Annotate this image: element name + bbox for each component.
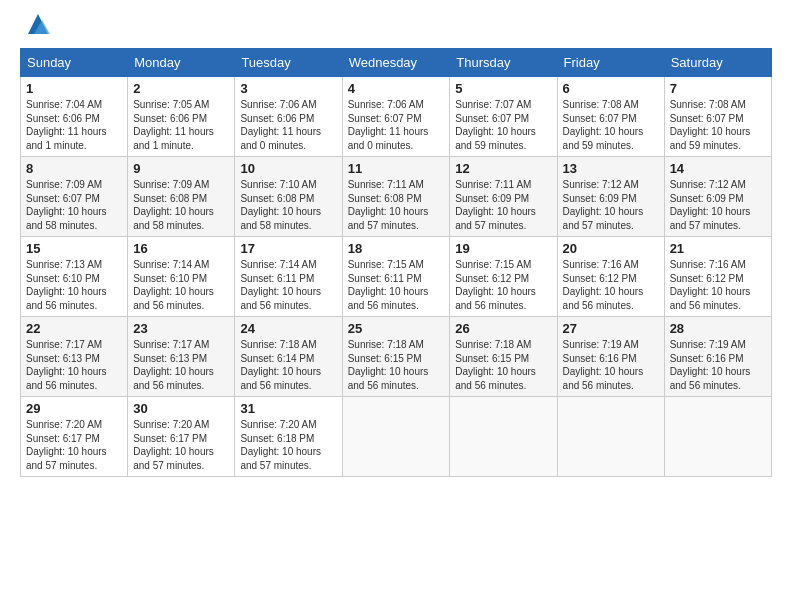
table-row: 4 Sunrise: 7:06 AMSunset: 6:07 PMDayligh… [342, 77, 450, 157]
table-row: 5 Sunrise: 7:07 AMSunset: 6:07 PMDayligh… [450, 77, 557, 157]
day-info: Sunrise: 7:08 AMSunset: 6:07 PMDaylight:… [563, 98, 659, 152]
day-number: 7 [670, 81, 766, 96]
day-number: 25 [348, 321, 445, 336]
table-row: 6 Sunrise: 7:08 AMSunset: 6:07 PMDayligh… [557, 77, 664, 157]
day-number: 29 [26, 401, 122, 416]
table-row: 13 Sunrise: 7:12 AMSunset: 6:09 PMDaylig… [557, 157, 664, 237]
day-number: 3 [240, 81, 336, 96]
col-friday: Friday [557, 49, 664, 77]
table-row: 24 Sunrise: 7:18 AMSunset: 6:14 PMDaylig… [235, 317, 342, 397]
day-info: Sunrise: 7:18 AMSunset: 6:14 PMDaylight:… [240, 338, 336, 392]
day-number: 15 [26, 241, 122, 256]
table-row [664, 397, 771, 477]
day-number: 11 [348, 161, 445, 176]
day-number: 5 [455, 81, 551, 96]
table-row: 19 Sunrise: 7:15 AMSunset: 6:12 PMDaylig… [450, 237, 557, 317]
logo [20, 20, 52, 38]
day-number: 27 [563, 321, 659, 336]
table-row: 30 Sunrise: 7:20 AMSunset: 6:17 PMDaylig… [128, 397, 235, 477]
col-thursday: Thursday [450, 49, 557, 77]
day-info: Sunrise: 7:13 AMSunset: 6:10 PMDaylight:… [26, 258, 122, 312]
table-row: 12 Sunrise: 7:11 AMSunset: 6:09 PMDaylig… [450, 157, 557, 237]
day-info: Sunrise: 7:09 AMSunset: 6:07 PMDaylight:… [26, 178, 122, 232]
day-info: Sunrise: 7:06 AMSunset: 6:06 PMDaylight:… [240, 98, 336, 152]
day-number: 24 [240, 321, 336, 336]
col-monday: Monday [128, 49, 235, 77]
day-number: 10 [240, 161, 336, 176]
day-info: Sunrise: 7:15 AMSunset: 6:11 PMDaylight:… [348, 258, 445, 312]
day-info: Sunrise: 7:19 AMSunset: 6:16 PMDaylight:… [670, 338, 766, 392]
table-row: 22 Sunrise: 7:17 AMSunset: 6:13 PMDaylig… [21, 317, 128, 397]
table-row: 29 Sunrise: 7:20 AMSunset: 6:17 PMDaylig… [21, 397, 128, 477]
day-number: 31 [240, 401, 336, 416]
col-wednesday: Wednesday [342, 49, 450, 77]
day-number: 30 [133, 401, 229, 416]
day-info: Sunrise: 7:18 AMSunset: 6:15 PMDaylight:… [455, 338, 551, 392]
table-row: 9 Sunrise: 7:09 AMSunset: 6:08 PMDayligh… [128, 157, 235, 237]
day-info: Sunrise: 7:10 AMSunset: 6:08 PMDaylight:… [240, 178, 336, 232]
table-row: 17 Sunrise: 7:14 AMSunset: 6:11 PMDaylig… [235, 237, 342, 317]
day-info: Sunrise: 7:12 AMSunset: 6:09 PMDaylight:… [670, 178, 766, 232]
table-row: 16 Sunrise: 7:14 AMSunset: 6:10 PMDaylig… [128, 237, 235, 317]
table-row: 20 Sunrise: 7:16 AMSunset: 6:12 PMDaylig… [557, 237, 664, 317]
day-number: 21 [670, 241, 766, 256]
day-number: 28 [670, 321, 766, 336]
day-info: Sunrise: 7:16 AMSunset: 6:12 PMDaylight:… [563, 258, 659, 312]
day-number: 16 [133, 241, 229, 256]
table-row: 23 Sunrise: 7:17 AMSunset: 6:13 PMDaylig… [128, 317, 235, 397]
day-number: 19 [455, 241, 551, 256]
day-info: Sunrise: 7:18 AMSunset: 6:15 PMDaylight:… [348, 338, 445, 392]
table-row: 26 Sunrise: 7:18 AMSunset: 6:15 PMDaylig… [450, 317, 557, 397]
logo-icon [24, 10, 52, 38]
page-header [20, 20, 772, 38]
calendar-table: Sunday Monday Tuesday Wednesday Thursday… [20, 48, 772, 477]
table-row: 21 Sunrise: 7:16 AMSunset: 6:12 PMDaylig… [664, 237, 771, 317]
day-number: 9 [133, 161, 229, 176]
table-row: 25 Sunrise: 7:18 AMSunset: 6:15 PMDaylig… [342, 317, 450, 397]
day-info: Sunrise: 7:19 AMSunset: 6:16 PMDaylight:… [563, 338, 659, 392]
table-row [450, 397, 557, 477]
col-tuesday: Tuesday [235, 49, 342, 77]
day-number: 26 [455, 321, 551, 336]
day-number: 17 [240, 241, 336, 256]
table-row [557, 397, 664, 477]
day-info: Sunrise: 7:11 AMSunset: 6:08 PMDaylight:… [348, 178, 445, 232]
day-info: Sunrise: 7:09 AMSunset: 6:08 PMDaylight:… [133, 178, 229, 232]
day-number: 8 [26, 161, 122, 176]
day-info: Sunrise: 7:20 AMSunset: 6:18 PMDaylight:… [240, 418, 336, 472]
table-row: 18 Sunrise: 7:15 AMSunset: 6:11 PMDaylig… [342, 237, 450, 317]
table-row: 11 Sunrise: 7:11 AMSunset: 6:08 PMDaylig… [342, 157, 450, 237]
day-info: Sunrise: 7:04 AMSunset: 6:06 PMDaylight:… [26, 98, 122, 152]
day-info: Sunrise: 7:17 AMSunset: 6:13 PMDaylight:… [133, 338, 229, 392]
day-info: Sunrise: 7:20 AMSunset: 6:17 PMDaylight:… [133, 418, 229, 472]
day-number: 4 [348, 81, 445, 96]
calendar-week-row: 8 Sunrise: 7:09 AMSunset: 6:07 PMDayligh… [21, 157, 772, 237]
day-info: Sunrise: 7:05 AMSunset: 6:06 PMDaylight:… [133, 98, 229, 152]
table-row: 15 Sunrise: 7:13 AMSunset: 6:10 PMDaylig… [21, 237, 128, 317]
day-number: 12 [455, 161, 551, 176]
calendar-header-row: Sunday Monday Tuesday Wednesday Thursday… [21, 49, 772, 77]
day-info: Sunrise: 7:07 AMSunset: 6:07 PMDaylight:… [455, 98, 551, 152]
day-info: Sunrise: 7:16 AMSunset: 6:12 PMDaylight:… [670, 258, 766, 312]
day-info: Sunrise: 7:15 AMSunset: 6:12 PMDaylight:… [455, 258, 551, 312]
table-row: 28 Sunrise: 7:19 AMSunset: 6:16 PMDaylig… [664, 317, 771, 397]
table-row: 10 Sunrise: 7:10 AMSunset: 6:08 PMDaylig… [235, 157, 342, 237]
table-row: 7 Sunrise: 7:08 AMSunset: 6:07 PMDayligh… [664, 77, 771, 157]
day-number: 13 [563, 161, 659, 176]
table-row: 31 Sunrise: 7:20 AMSunset: 6:18 PMDaylig… [235, 397, 342, 477]
day-info: Sunrise: 7:17 AMSunset: 6:13 PMDaylight:… [26, 338, 122, 392]
col-saturday: Saturday [664, 49, 771, 77]
table-row [342, 397, 450, 477]
calendar-week-row: 1 Sunrise: 7:04 AMSunset: 6:06 PMDayligh… [21, 77, 772, 157]
day-info: Sunrise: 7:12 AMSunset: 6:09 PMDaylight:… [563, 178, 659, 232]
day-number: 14 [670, 161, 766, 176]
col-sunday: Sunday [21, 49, 128, 77]
day-number: 18 [348, 241, 445, 256]
table-row: 27 Sunrise: 7:19 AMSunset: 6:16 PMDaylig… [557, 317, 664, 397]
day-info: Sunrise: 7:11 AMSunset: 6:09 PMDaylight:… [455, 178, 551, 232]
day-number: 23 [133, 321, 229, 336]
day-number: 6 [563, 81, 659, 96]
calendar-week-row: 22 Sunrise: 7:17 AMSunset: 6:13 PMDaylig… [21, 317, 772, 397]
table-row: 8 Sunrise: 7:09 AMSunset: 6:07 PMDayligh… [21, 157, 128, 237]
day-info: Sunrise: 7:20 AMSunset: 6:17 PMDaylight:… [26, 418, 122, 472]
